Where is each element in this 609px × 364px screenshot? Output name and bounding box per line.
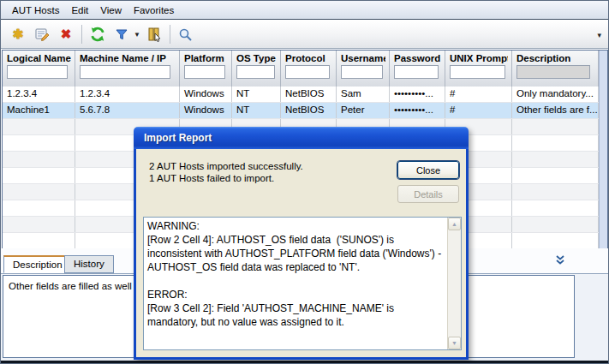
column-header-label: Password [394,53,441,63]
column-header-label: Machine Name / IP [80,53,176,63]
edit-button[interactable] [32,24,52,45]
column-filter-input[interactable] [80,65,170,79]
column-filter-input[interactable] [7,65,68,79]
grid-cell [512,233,599,248]
import-summary-failed: 1 AUT Hosts failed to import. [149,173,274,183]
column-filter-input [516,65,590,79]
grid-cell[interactable]: 1.2.3.4 [3,87,75,102]
grid-cell [3,119,75,134]
collapse-panel-button[interactable] [553,254,567,266]
toolbar: ✱ ✖ ▼ [1,21,608,49]
column-header-logical-name[interactable]: Logical Name [3,51,75,87]
menu-item-edit[interactable]: Edit [65,3,94,18]
grid-cell[interactable]: # [445,103,512,118]
column-header-unix-prompt[interactable]: UNIX Prompt [445,51,512,87]
column-filter-input[interactable] [285,65,330,79]
menu-bar: AUT HostsEditViewFavorites [1,1,608,20]
table-row[interactable]: Machine15.6.7.8WindowsNTNetBIOSPeter••••… [3,103,599,119]
toolbar-separator [170,25,170,44]
close-button[interactable]: Close [397,161,459,179]
grid-cell [3,184,75,200]
grid-cell[interactable]: Only mandatory... [512,87,599,102]
import-report-dialog: Import Report 2 AUT Hosts imported succe… [134,127,469,360]
column-header-label: Protocol [285,53,332,63]
grid-vertical-scrollbar[interactable] [599,51,607,249]
column-filter-input[interactable] [394,65,439,79]
grid-cell [3,200,75,216]
column-header-protocol[interactable]: Protocol [281,51,337,87]
grid-cell [512,168,599,183]
column-header-label: UNIX Prompt [450,53,508,63]
search-icon [178,27,193,42]
grid-cell[interactable]: •••••••••... [390,87,445,102]
search-button[interactable] [176,24,196,45]
column-header-platform[interactable]: Platform [180,51,232,87]
grid-cell[interactable]: NT [232,103,281,118]
grid-cell [512,152,599,167]
column-header-label: Description [516,53,594,63]
grid-cell[interactable]: NetBIOS [281,103,337,118]
grid-cell [512,135,599,151]
select-columns-button[interactable] [144,24,164,45]
scroll-down-icon[interactable]: ▼ [448,337,461,349]
grid-header-row: Logical NameMachine Name / IPPlatformOS … [3,51,599,87]
grid-cell [3,217,75,232]
delete-icon: ✖ [61,27,72,42]
grid-cell[interactable]: Sam [337,87,390,102]
grid-cell[interactable]: Windows [180,87,232,102]
grid-cell [512,217,599,232]
grid-cell [3,168,75,183]
grid-cell[interactable]: 1.2.3.4 [75,87,180,102]
details-button: Details [397,185,459,203]
filter-dropdown-icon[interactable]: ▼ [134,31,140,39]
column-header-username[interactable]: Username [337,51,390,87]
tab-history[interactable]: History [64,255,114,273]
new-aut-host-button[interactable]: ✱ [8,24,28,45]
grid-cell [3,135,75,151]
grid-cell[interactable]: NT [232,87,281,102]
column-header-label: Logical Name [7,53,71,63]
chevron-double-down-icon [555,255,565,265]
column-filter-input[interactable] [184,65,225,79]
import-report-textbox[interactable]: WARNING: [Row 2 Cell 4]: AUTHOST_OS fiel… [143,217,462,350]
grid-cell[interactable]: •••••••••... [390,103,445,118]
grid-cell[interactable]: NetBIOS [281,87,337,102]
menu-item-view[interactable]: View [94,3,128,18]
grid-cell[interactable]: Machine1 [3,103,75,118]
scroll-up-icon[interactable]: ▲ [448,218,461,230]
column-header-label: Platform [184,53,228,63]
filter-button[interactable] [111,24,132,45]
column-filter-input[interactable] [236,65,275,79]
toolbar-overflow-icon[interactable]: ▾ [597,31,601,39]
dialog-titlebar[interactable]: Import Report [134,127,469,149]
grid-cell [3,152,75,167]
app-window: AUT HostsEditViewFavorites ✱ ✖ [0,0,609,364]
column-header-machine-name-ip[interactable]: Machine Name / IP [75,51,180,87]
filter-icon [115,27,128,41]
window-bottom-edge [1,361,609,364]
grid-cell[interactable]: # [445,87,512,102]
grid-cell [3,233,75,248]
delete-button[interactable]: ✖ [56,24,76,45]
refresh-button[interactable] [87,24,108,45]
grid-cell[interactable]: Other fields are f... [512,103,599,118]
column-filter-input[interactable] [450,65,505,79]
grid-cell[interactable]: Peter [337,103,390,118]
grid-cell[interactable]: 5.6.7.8 [75,103,180,118]
column-header-label: Username [341,53,385,63]
grid-cell [512,200,599,216]
select-columns-icon [146,27,162,42]
dialog-body: 2 AUT Hosts imported successfully. 1 AUT… [134,149,469,360]
menu-item-aut-hosts[interactable]: AUT Hosts [6,3,65,18]
grid-cell[interactable]: Windows [180,103,232,118]
report-scrollbar[interactable]: ▲ ▼ [447,218,461,349]
column-header-description[interactable]: Description [512,51,599,87]
column-header-os-type[interactable]: OS Type [232,51,281,87]
grid-cell [512,184,599,200]
menu-item-favorites[interactable]: Favorites [128,3,180,18]
tab-description[interactable]: Description [3,255,72,273]
column-filter-input[interactable] [341,65,383,79]
table-row[interactable]: 1.2.3.41.2.3.4WindowsNTNetBIOSSam•••••••… [3,87,599,103]
grid-cell [512,119,599,134]
column-header-password[interactable]: Password [390,51,445,87]
